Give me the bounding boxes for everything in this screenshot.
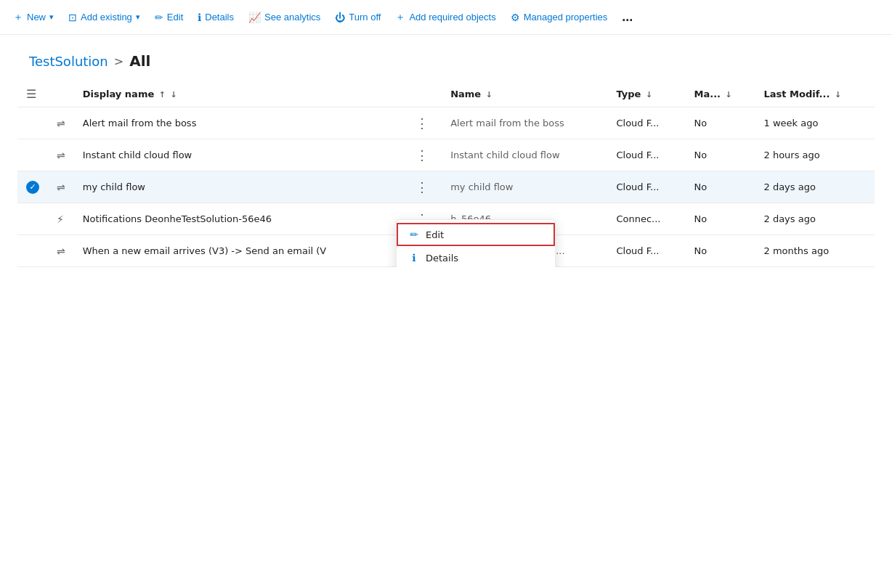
row-displayname: my child flow [74, 171, 402, 203]
row-displayname: Instant child cloud flow [74, 139, 402, 171]
row-type-icon: ⇌ [48, 107, 74, 139]
row-type: Cloud F... [607, 139, 685, 171]
ma-sort-icon: ↓ [726, 90, 732, 99]
table-container: ☰ Display name ↑ ↓ Name ↓ Type ↓ [0, 81, 892, 267]
row-displayname: When a new email arrives (V3) -> Send an… [74, 235, 402, 267]
col-menu-header [402, 81, 442, 107]
row-name: my child flow [442, 171, 607, 203]
col-modified-header[interactable]: Last Modif... ↓ [755, 81, 875, 107]
context-menu-item-edit[interactable]: ✏Edit [397, 223, 555, 246]
col-checkbox: ☰ [17, 81, 48, 107]
more-button[interactable]: ... [615, 5, 640, 29]
row-context-menu-button[interactable]: ⋮ [411, 179, 433, 195]
breadcrumb-current: All [129, 52, 150, 70]
table-header-row: ☰ Display name ↑ ↓ Name ↓ Type ↓ [17, 81, 875, 107]
row-context-menu-button[interactable]: ⋮ [411, 147, 433, 163]
edit-menu-icon: ✏ [408, 229, 420, 240]
row-checkbox[interactable] [17, 139, 48, 171]
row-ma: No [686, 235, 755, 267]
table-row[interactable]: ⇌Instant child cloud flow⋮Instant child … [17, 139, 875, 171]
context-menu: ✏EditℹDetails📈See analytics⏻Turn off＋Add… [396, 219, 556, 267]
add-existing-icon: ⊡ [68, 12, 77, 23]
connector-icon: ⚡ [57, 213, 64, 225]
add-existing-label: Add existing [81, 12, 132, 23]
add-required-label: Add required objects [409, 12, 495, 23]
flow-icon: ⇌ [57, 245, 65, 257]
power-icon: ⏻ [335, 12, 345, 23]
breadcrumb-parent[interactable]: TestSolution [29, 54, 108, 69]
row-menu-col[interactable]: ⋮ [402, 107, 442, 139]
gear-icon: ⚙ [511, 12, 520, 23]
sort-up-icon: ↑ [159, 90, 166, 99]
context-menu-label-details: Details [426, 253, 458, 264]
row-checkbox[interactable] [17, 107, 48, 139]
row-menu-col[interactable]: ⋮ [402, 171, 442, 203]
add-existing-button[interactable]: ⊡ Add existing ▾ [61, 7, 147, 28]
col-name-header[interactable]: Name ↓ [442, 81, 607, 107]
row-type-icon: ⚡ [48, 203, 74, 235]
row-ma: No [686, 171, 755, 203]
row-modified: 2 months ago [755, 235, 875, 267]
context-menu-item-details[interactable]: ℹDetails [397, 246, 555, 267]
details-button[interactable]: ℹ Details [190, 7, 241, 28]
turn-off-label: Turn off [349, 12, 381, 23]
chevron-down-icon-2: ▾ [136, 12, 140, 22]
new-label: New [27, 12, 46, 23]
table-row[interactable]: ⇌Alert mail from the boss⋮Alert mail fro… [17, 107, 875, 139]
col-type-header[interactable]: Type ↓ [607, 81, 685, 107]
row-type: Cloud F... [607, 107, 685, 139]
row-type-icon: ⇌ [48, 235, 74, 267]
analytics-icon: 📈 [248, 12, 261, 23]
row-type: Connec... [607, 203, 685, 235]
table-row[interactable]: ✓⇌my child flow⋮my child flowCloud F...N… [17, 171, 875, 203]
modified-sort-icon: ↓ [835, 90, 841, 99]
list-icon: ☰ [26, 87, 36, 101]
row-checkbox[interactable] [17, 203, 48, 235]
row-ma: No [686, 107, 755, 139]
managed-label: Managed properties [524, 12, 608, 23]
flow-icon: ⇌ [57, 118, 65, 129]
row-menu-col[interactable]: ⋮ [402, 139, 442, 171]
row-type: Cloud F... [607, 235, 685, 267]
row-name: Alert mail from the boss [442, 107, 607, 139]
breadcrumb-separator: > [114, 54, 123, 68]
checked-icon: ✓ [26, 181, 39, 194]
more-label: ... [622, 9, 633, 25]
row-context-menu-button[interactable]: ⋮ [411, 115, 433, 131]
edit-button[interactable]: ✏ Edit [147, 7, 190, 28]
toolbar: ＋ New ▾ ⊡ Add existing ▾ ✏ Edit ℹ Detail… [0, 0, 892, 35]
chevron-down-icon: ▾ [49, 12, 54, 22]
flow-icon: ⇌ [57, 181, 65, 193]
add-required-icon: ＋ [395, 11, 405, 24]
row-type-icon: ⇌ [48, 171, 74, 203]
col-ma-header[interactable]: Ma... ↓ [686, 81, 755, 107]
details-menu-icon: ℹ [408, 252, 420, 264]
row-ma: No [686, 139, 755, 171]
plus-icon: ＋ [13, 11, 23, 24]
row-ma: No [686, 203, 755, 235]
add-required-button[interactable]: ＋ Add required objects [388, 7, 503, 28]
managed-properties-button[interactable]: ⚙ Managed properties [503, 7, 615, 28]
see-analytics-button[interactable]: 📈 See analytics [241, 7, 328, 28]
row-displayname: Alert mail from the boss [74, 107, 402, 139]
flow-icon: ⇌ [57, 150, 65, 161]
see-analytics-label: See analytics [264, 12, 320, 23]
name-sort-icon: ↓ [486, 90, 492, 99]
col-displayname-header[interactable]: Display name ↑ ↓ [74, 81, 402, 107]
row-type-icon: ⇌ [48, 139, 74, 171]
col-icon [48, 81, 74, 107]
turn-off-button[interactable]: ⏻ Turn off [328, 7, 388, 28]
sort-down-icon: ↓ [171, 90, 177, 99]
breadcrumb: TestSolution > All [0, 35, 892, 81]
row-modified: 1 week ago [755, 107, 875, 139]
row-checkbox[interactable] [17, 235, 48, 267]
row-modified: 2 days ago [755, 171, 875, 203]
row-type: Cloud F... [607, 171, 685, 203]
row-checkbox[interactable]: ✓ [17, 171, 48, 203]
new-button[interactable]: ＋ New ▾ [6, 7, 61, 28]
edit-icon: ✏ [155, 12, 163, 23]
context-menu-label-edit: Edit [426, 229, 444, 240]
row-displayname: Notifications DeonheTestSolution-56e46 [74, 203, 402, 235]
details-icon: ℹ [198, 12, 201, 23]
edit-label: Edit [167, 12, 183, 23]
